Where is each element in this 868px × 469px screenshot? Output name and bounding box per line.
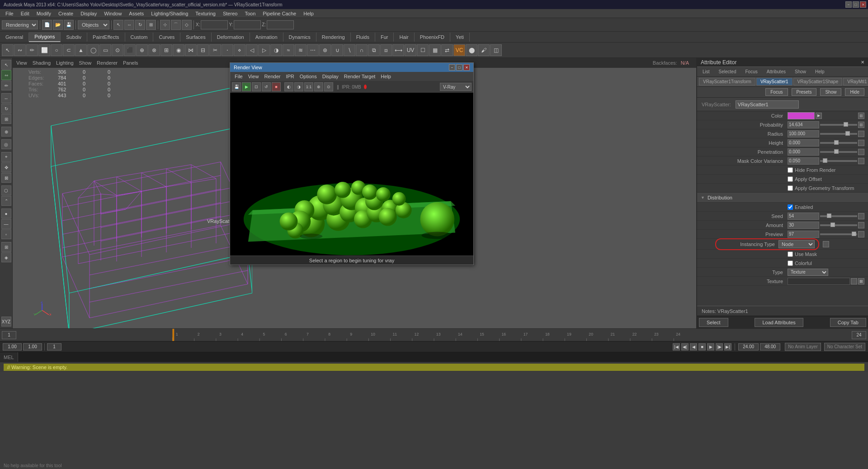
icon-cylinder[interactable]: ⊂	[63, 44, 75, 56]
icon-boolean-intersect[interactable]: ∩	[356, 44, 368, 56]
icon-wedge[interactable]: ◁	[246, 44, 258, 56]
attr-texture-expand-btn[interactable]	[851, 278, 857, 284]
pb-step-back[interactable]: ◀|	[681, 343, 689, 351]
vp-view[interactable]: View	[16, 60, 27, 66]
rv-mode-alpha[interactable]: ◑	[294, 82, 303, 91]
attr-height-input[interactable]	[788, 139, 819, 147]
tab-polygons[interactable]: Polygons	[29, 32, 61, 42]
objects-dropdown[interactable]: Objects	[78, 20, 109, 29]
rv-menu-render[interactable]: Render	[261, 73, 283, 80]
left-face-mode[interactable]: ▫	[1, 229, 11, 239]
timeline-current-frame[interactable]	[2, 331, 16, 339]
rv-refresh[interactable]: ↺	[262, 82, 271, 91]
icon-cleanup[interactable]: ⊛	[319, 44, 331, 56]
icon-paint[interactable]: ✏	[26, 44, 38, 56]
attr-maskvar-input[interactable]	[788, 157, 819, 165]
menu-display[interactable]: Display	[77, 10, 100, 17]
icon-separate[interactable]: ⧈	[380, 44, 392, 56]
tab-phoenixfd[interactable]: PhoenixFD	[415, 33, 450, 42]
vp-shading[interactable]: Shading	[33, 60, 51, 66]
icon-extrude[interactable]: ⊕	[136, 44, 148, 56]
rv-close-btn[interactable]: ✕	[463, 64, 470, 71]
rv-menu-display[interactable]: Display	[320, 73, 341, 80]
icon-lasso[interactable]: ∾	[14, 44, 26, 56]
attr-amount-slider[interactable]	[820, 224, 857, 226]
rv-menu-help[interactable]: Help	[378, 73, 394, 80]
command-input[interactable]	[18, 352, 868, 362]
icon-uv-map[interactable]: ☐	[417, 44, 429, 56]
ae-focus-btn[interactable]: Focus	[765, 88, 788, 96]
menu-lighting[interactable]: Lighting/Shading	[147, 10, 192, 17]
attr-prob-slider-thumb[interactable]	[844, 122, 848, 127]
z-coord-input[interactable]	[267, 20, 294, 29]
attr-prob-map-btn[interactable]: ⊠	[858, 122, 864, 128]
ae-node-tab-shape[interactable]: VRayScatter1Shape	[793, 78, 843, 85]
attr-prob-input[interactable]	[788, 121, 819, 128]
y-coord-input[interactable]	[234, 20, 261, 29]
ae-tab-list[interactable]: List	[699, 68, 713, 76]
distribution-section-header[interactable]: ▼ Distribution	[697, 193, 868, 203]
icon-apply-color[interactable]: ⬤	[466, 44, 477, 56]
rv-menu-view[interactable]: View	[245, 73, 262, 80]
tb-transform[interactable]: ↔	[124, 20, 134, 30]
attr-seed-slider-thumb[interactable]	[827, 213, 831, 218]
left-axis-display[interactable]: XYZ	[1, 317, 11, 327]
icon-sphere[interactable]: ○	[51, 44, 62, 56]
pb-step-fwd[interactable]: |▶	[716, 343, 723, 351]
icon-paint-vert[interactable]: 🖌	[478, 44, 490, 56]
left-show-manip[interactable]: ⊕	[1, 127, 11, 137]
left-camera-pan[interactable]: ✥	[1, 162, 11, 172]
attr-preview-input[interactable]	[788, 231, 819, 238]
rv-menu-ipr[interactable]: IPR	[283, 73, 297, 80]
menu-edit[interactable]: Edit	[17, 10, 33, 17]
attr-type-dropdown[interactable]: Texture Color	[788, 269, 828, 276]
vp-panels[interactable]: Panels	[123, 60, 138, 66]
render-view-titlebar[interactable]: Render View − □ ✕	[230, 63, 473, 72]
ae-tab-show[interactable]: Show	[791, 68, 810, 76]
left-scale-btn[interactable]: ⊞	[1, 114, 11, 124]
ae-tab-attributes[interactable]: Attributes	[763, 68, 789, 76]
menu-pipeline[interactable]: Pipeline Cache	[259, 10, 300, 17]
minimize-button[interactable]: −	[845, 1, 852, 8]
tab-hair[interactable]: Hair	[394, 33, 414, 42]
attr-amount-slider-thumb[interactable]	[830, 223, 835, 227]
tb-rotate[interactable]: ↻	[135, 20, 145, 30]
attr-penetration-slider-thumb[interactable]	[834, 149, 839, 154]
tab-custom[interactable]: Custom	[125, 33, 154, 42]
menu-create[interactable]: Create	[55, 10, 77, 17]
apply-geo-checkbox[interactable]	[788, 185, 793, 191]
icon-cube[interactable]: ⬜	[38, 44, 50, 56]
attr-seed-slider[interactable]	[820, 215, 857, 217]
attr-radius-slider[interactable]	[820, 133, 857, 135]
timeline-end-frame[interactable]	[852, 331, 866, 339]
ae-show-btn[interactable]: Show	[820, 88, 841, 96]
icon-plane[interactable]: ▭	[99, 44, 111, 56]
tb-save[interactable]: 💾	[64, 20, 74, 30]
rv-color-mgmt[interactable]: ⊙	[324, 82, 333, 91]
tab-surfaces[interactable]: Surfaces	[180, 33, 211, 42]
tb-snap-curve[interactable]: ⌒	[171, 20, 181, 30]
icon-circularize[interactable]: ◑	[270, 44, 282, 56]
ae-node-name-input[interactable]	[736, 100, 799, 109]
icon-transfer-attr[interactable]: ⇄	[441, 44, 453, 56]
maximize-button[interactable]: □	[853, 1, 859, 8]
vp-lighting[interactable]: Lighting	[56, 60, 74, 66]
attr-preview-slider[interactable]	[820, 233, 857, 235]
ae-copy-tab-button[interactable]: Copy Tab	[830, 318, 866, 327]
rv-compare[interactable]: ⊕	[314, 82, 323, 91]
left-create-poly[interactable]: ⬡	[1, 185, 11, 195]
hide-render-checkbox[interactable]	[788, 167, 793, 173]
tab-rendering[interactable]: Rendering	[316, 33, 351, 42]
pb-play-fwd[interactable]: ▶	[707, 343, 714, 351]
left-select-btn[interactable]: ↖	[1, 60, 11, 70]
left-paint-btn[interactable]: ✏	[1, 81, 11, 90]
attr-color-map-btn[interactable]: ⊠	[858, 113, 864, 119]
left-snap-live[interactable]: ◈	[1, 252, 11, 262]
icon-poly-cube[interactable]: ⬛	[124, 44, 136, 56]
enabled-checkbox[interactable]	[788, 204, 793, 210]
attr-height-slider[interactable]	[820, 142, 857, 144]
rv-menu-file[interactable]: File	[232, 73, 245, 80]
tab-yeti[interactable]: Yeti	[450, 33, 470, 42]
tab-dynamics[interactable]: Dynamics	[283, 33, 316, 42]
range-end-input[interactable]	[760, 343, 780, 351]
